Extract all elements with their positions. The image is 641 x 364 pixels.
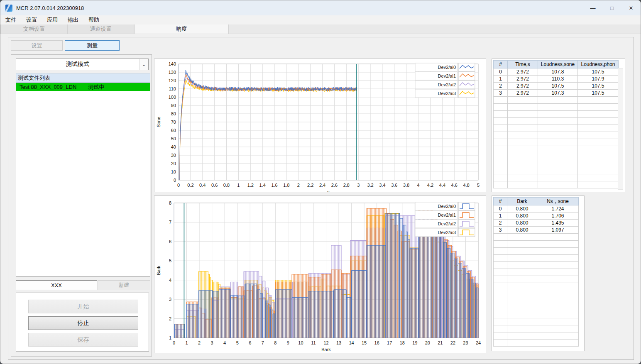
svg-text:5: 5 xyxy=(477,183,480,188)
svg-text:1: 1 xyxy=(169,335,171,340)
table-empty-row xyxy=(494,255,579,262)
svg-text:0: 0 xyxy=(173,340,175,345)
svg-text:s: s xyxy=(327,189,330,192)
test-file-list[interactable]: Test 88_XXX_009_LDN 测试中 xyxy=(16,83,150,277)
svg-text:3: 3 xyxy=(211,340,213,345)
svg-text:40: 40 xyxy=(171,144,176,149)
specific-loudness-chart[interactable]: 1234567801234567891011121314151617181920… xyxy=(154,196,486,353)
column-header: Ns，sone xyxy=(537,198,579,205)
loudness-time-chart[interactable]: 010203040506070809010011012013014000.20.… xyxy=(154,59,486,192)
svg-text:16: 16 xyxy=(374,340,379,345)
tab-document-settings[interactable]: 文档设置 xyxy=(0,24,68,34)
svg-text:Sone: Sone xyxy=(156,117,161,127)
tab-loudness[interactable]: 响度 xyxy=(134,24,229,34)
svg-text:15: 15 xyxy=(362,340,367,345)
table-row[interactable]: 02.972107.8107.5 xyxy=(494,68,619,76)
table-row[interactable]: 20.8001.435 xyxy=(494,220,579,227)
column-header: # xyxy=(494,198,507,205)
column-header: Loudness,phon xyxy=(578,61,619,68)
file-list-header: 测试文件列表 xyxy=(16,73,150,83)
table-empty-row xyxy=(494,332,579,340)
table-empty-row xyxy=(494,340,579,347)
bark-table-panel: #BarkNs，sone00.8001.72410.8001.70620.800… xyxy=(492,195,585,351)
table-empty-row xyxy=(494,311,579,318)
svg-text:1.4: 1.4 xyxy=(259,183,266,188)
save-button[interactable]: 保存 xyxy=(28,333,138,347)
table-empty-row xyxy=(494,318,579,325)
table-empty-row xyxy=(494,262,579,269)
svg-text:4: 4 xyxy=(223,340,226,345)
svg-text:4.4: 4.4 xyxy=(439,183,445,188)
table-row[interactable]: 32.972107.3107.5 xyxy=(494,90,619,97)
column-header: Time,s xyxy=(508,61,538,68)
close-button[interactable]: ✕ xyxy=(621,0,641,15)
bark-table: #BarkNs，sone00.8001.72410.8001.70620.800… xyxy=(493,197,579,347)
table-empty-row xyxy=(494,181,619,188)
window-title: MCR 2.07.0.014 202300918 xyxy=(16,5,84,11)
start-button[interactable]: 开始 xyxy=(28,300,138,313)
legend-entry: Dev2/ai2 xyxy=(438,82,456,87)
svg-text:2: 2 xyxy=(198,340,201,345)
table-empty-row xyxy=(494,104,619,111)
table-empty-row xyxy=(494,132,619,139)
svg-text:0.2: 0.2 xyxy=(187,183,193,188)
svg-text:4.8: 4.8 xyxy=(463,183,469,188)
svg-text:22: 22 xyxy=(450,340,455,345)
xxx-button[interactable]: XXX xyxy=(16,280,97,290)
tabstrip: 文档设置 通道设置 响度 xyxy=(0,24,641,34)
stop-button[interactable]: 停止 xyxy=(28,316,138,330)
svg-text:23: 23 xyxy=(463,340,468,345)
maximize-button[interactable]: □ xyxy=(602,0,621,15)
measure-button[interactable]: 测量 xyxy=(65,40,120,51)
menu-help[interactable]: 帮助 xyxy=(83,16,104,24)
svg-text:10: 10 xyxy=(171,169,176,174)
svg-text:1.2: 1.2 xyxy=(247,183,254,188)
svg-text:24: 24 xyxy=(476,340,481,345)
svg-text:0.4: 0.4 xyxy=(199,183,206,188)
menu-settings[interactable]: 设置 xyxy=(21,16,42,24)
svg-text:3: 3 xyxy=(357,183,360,188)
menu-application[interactable]: 应用 xyxy=(42,16,63,24)
svg-text:7: 7 xyxy=(262,340,264,345)
list-item[interactable]: Test 88_XXX_009_LDN 测试中 xyxy=(16,83,150,91)
svg-text:20: 20 xyxy=(171,161,176,166)
svg-text:3.8: 3.8 xyxy=(403,183,409,188)
table-row[interactable]: 10.8001.706 xyxy=(494,213,579,220)
table-empty-row xyxy=(494,325,579,332)
new-button[interactable]: 新建 xyxy=(98,280,150,290)
legend-entry: Dev2/ai1 xyxy=(438,73,456,78)
svg-text:1.8: 1.8 xyxy=(283,183,289,188)
tab-channel-settings[interactable]: 通道设置 xyxy=(68,24,134,34)
minimize-button[interactable]: — xyxy=(583,0,602,15)
table-row[interactable]: 30.8001.097 xyxy=(494,227,579,234)
svg-text:19: 19 xyxy=(412,340,417,345)
svg-text:90: 90 xyxy=(171,103,176,108)
settings-button[interactable]: 设置 xyxy=(11,40,63,51)
menu-output[interactable]: 输出 xyxy=(63,16,83,24)
scrollbar-track[interactable] xyxy=(618,68,623,190)
svg-text:3.6: 3.6 xyxy=(391,183,397,188)
loudness-table: #Time,sLoudness,soneLoudness,phon02.9721… xyxy=(493,60,619,188)
svg-text:Bark: Bark xyxy=(156,266,161,275)
table-row[interactable]: 12.972110.3107.9 xyxy=(494,76,619,83)
table-empty-row xyxy=(494,167,619,174)
specific-loudness-chart-panel: 1234567801234567891011121314151617181920… xyxy=(154,195,486,353)
table-row[interactable]: 22.972107.5107.5 xyxy=(494,83,619,90)
svg-text:4: 4 xyxy=(169,278,171,283)
test-mode-select[interactable]: 测试模式 ⌄ xyxy=(16,59,149,70)
svg-text:0.8: 0.8 xyxy=(223,183,230,188)
menu-file[interactable]: 文件 xyxy=(0,16,21,24)
chevron-down-icon[interactable]: ⌄ xyxy=(139,59,148,70)
table-empty-row xyxy=(494,304,579,311)
svg-text:0: 0 xyxy=(177,183,180,188)
svg-text:100: 100 xyxy=(169,95,176,100)
svg-text:6: 6 xyxy=(169,239,171,244)
table-header-row: #BarkNs，sone xyxy=(494,198,579,205)
svg-text:8: 8 xyxy=(169,200,171,205)
table-row[interactable]: 00.8001.724 xyxy=(494,205,579,213)
table-empty-row xyxy=(494,297,579,304)
table-empty-row xyxy=(494,290,579,297)
table-header-row: #Time,sLoudness,soneLoudness,phon xyxy=(494,61,619,68)
app-logo-icon xyxy=(5,5,12,12)
column-header: Loudness,sone xyxy=(538,61,578,68)
